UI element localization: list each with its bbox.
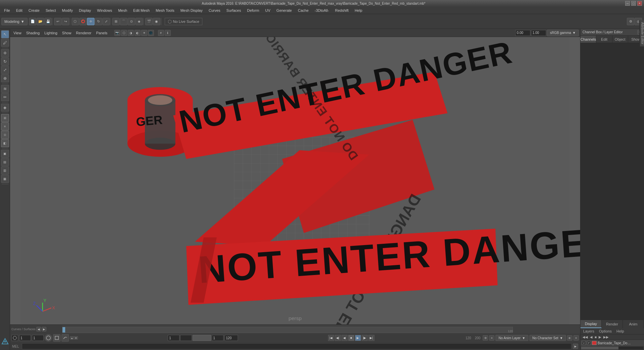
enable-disable-button[interactable] (11, 335, 18, 341)
layer-ctrl-end[interactable]: ▶▶ (603, 335, 609, 339)
timeline-track[interactable] (62, 327, 513, 333)
ipr-button[interactable]: ◉ (153, 18, 160, 25)
layers-help-label[interactable]: Help (615, 329, 626, 334)
wireframe-button[interactable]: ⬡ (121, 30, 127, 36)
step-forward-button[interactable]: |▶ (362, 335, 368, 341)
layers-label[interactable]: Layers (582, 329, 596, 334)
timeline-prev-button[interactable]: ◀ (36, 327, 41, 332)
object-tab[interactable]: Object (612, 36, 628, 43)
char-set-btn1[interactable]: ⊕ (567, 335, 572, 341)
select-tool-button[interactable]: ⬡ (72, 18, 79, 25)
channels-tab[interactable]: Channels (580, 36, 596, 43)
menu-generate[interactable]: Generate (274, 7, 294, 14)
heads-up-button[interactable]: ℹ (165, 30, 171, 36)
stop-button[interactable]: ■ (348, 335, 354, 341)
menu-uv[interactable]: UV (263, 7, 273, 14)
show-manipulator-button[interactable]: ◈ (1, 104, 9, 112)
menu-modify[interactable]: Modify (59, 7, 75, 14)
shading-menu[interactable]: Shading (24, 29, 42, 37)
menu-redshift[interactable]: Redshift (332, 7, 351, 14)
render-view-button[interactable]: ▤ (1, 158, 9, 166)
rotate-tool-button[interactable]: ↻ (95, 18, 102, 25)
maximize-button[interactable]: □ (631, 1, 636, 6)
menu-3dtall[interactable]: -3DtoAll- (312, 7, 332, 14)
menu-deform[interactable]: Deform (244, 7, 262, 14)
move-button[interactable]: ✛ (1, 49, 9, 57)
lights-button[interactable]: ☀ (141, 30, 147, 36)
lighting-menu[interactable]: Lighting (42, 29, 59, 37)
menu-surfaces[interactable]: Surfaces (224, 7, 244, 14)
snap-view-button[interactable]: ◈ (135, 18, 143, 25)
snap-to-point-button[interactable]: ⊙ (1, 131, 9, 139)
step-up-button[interactable]: ▲ (70, 336, 74, 340)
renderer-menu[interactable]: Renderer (74, 29, 93, 37)
snap-to-view-button[interactable]: ◧ (1, 139, 9, 147)
layer-ctrl-prev[interactable]: ◀◀ (582, 335, 589, 339)
textured-button[interactable]: ◐ (134, 30, 140, 36)
layer-editor-button[interactable]: ▥ (1, 166, 9, 174)
minimize-button[interactable]: ─ (625, 1, 630, 6)
layer-color-swatch[interactable] (592, 341, 597, 345)
shaded-button[interactable]: ◑ (128, 30, 134, 36)
view-menu[interactable]: View (11, 29, 24, 37)
anim-layer-dropdown[interactable]: ≡ (489, 335, 494, 341)
step-down-button[interactable]: ▼ (74, 336, 78, 340)
timeline-next-button[interactable]: ▶ (42, 327, 46, 332)
layer-ctrl-play[interactable]: ▶ (598, 335, 602, 339)
undo-button[interactable]: ↩ (54, 18, 62, 25)
shadows-button[interactable]: 🌑 (148, 30, 154, 36)
frame-indicator-field[interactable] (212, 335, 224, 341)
layer-ctrl-stop[interactable]: ■ (594, 335, 597, 339)
snap-to-grid-button[interactable]: ⊞ (1, 114, 9, 122)
end-frame-field[interactable] (225, 335, 238, 341)
menu-mesh-tools[interactable]: Mesh Tools (153, 7, 177, 14)
char-set-btn2[interactable]: ≡ (573, 335, 579, 341)
layer-playback-checkbox[interactable]: P (587, 341, 591, 345)
lasso-tool-button[interactable]: ⭕ (79, 18, 87, 25)
menu-edit-mesh[interactable]: Edit Mesh (130, 7, 152, 14)
min-field[interactable] (515, 30, 530, 36)
move-tool-button[interactable]: ✛ (87, 18, 94, 25)
current-frame-field[interactable] (32, 335, 44, 341)
camera-select-button[interactable]: 📷 (114, 30, 120, 36)
open-file-button[interactable]: 📂 (37, 18, 44, 25)
step-back-button[interactable]: ◀| (335, 335, 341, 341)
close-button[interactable]: ✕ (637, 1, 642, 6)
layer-visible-checkbox[interactable]: V (582, 341, 586, 345)
play-forward-button[interactable]: ▶ (355, 335, 361, 341)
mel-input[interactable] (22, 343, 571, 349)
edit-tab[interactable]: Edit (596, 36, 612, 43)
range-start-field[interactable] (168, 335, 179, 341)
new-file-button[interactable]: 📄 (29, 18, 36, 25)
menu-edit[interactable]: Edit (13, 7, 25, 14)
menu-select[interactable]: Select (43, 7, 59, 14)
gamma-dropdown[interactable]: sRGB gamma ▼ (547, 30, 579, 36)
layers-scrollbar[interactable] (581, 347, 643, 349)
go-to-end-button[interactable]: ▶| (368, 335, 374, 341)
timeline-ruler[interactable]: 1 5 10 15 20 25 30 35 40 45 50 55 (10, 325, 580, 334)
menu-mesh-display[interactable]: Mesh Display (178, 7, 205, 14)
no-anim-layer-dropdown[interactable]: No Anim Layer ▼ (495, 335, 528, 341)
camera-tools-button[interactable]: ▣ (1, 150, 9, 158)
layer-ctrl-back[interactable]: ◀ (589, 335, 593, 339)
shape-circle-button[interactable] (45, 334, 52, 342)
render-settings-button[interactable]: ⚙ (627, 18, 634, 25)
menu-help[interactable]: Help (352, 7, 365, 14)
panels-menu[interactable]: Panels (94, 29, 110, 37)
go-to-start-button[interactable]: |◀ (328, 335, 334, 341)
menu-display[interactable]: Display (76, 7, 94, 14)
layers-scroll-thumb[interactable] (581, 347, 618, 349)
start-frame-field[interactable] (19, 335, 31, 341)
mel-submit-button[interactable]: ▶ (573, 344, 578, 349)
range-block[interactable] (193, 335, 211, 341)
redo-button[interactable]: ↪ (62, 18, 69, 25)
viewport-main[interactable]: GER NOT ENTER DANGER DANGER DO N (10, 37, 580, 324)
select-mode-button[interactable]: ↖ (1, 30, 9, 38)
rotate-button[interactable]: ↻ (1, 57, 9, 66)
show-menu[interactable]: Show (60, 29, 74, 37)
options-label[interactable]: Options (598, 329, 613, 334)
render-tab[interactable]: Render (602, 320, 623, 328)
render-button[interactable]: 🎬 (145, 18, 153, 25)
menu-mesh[interactable]: Mesh (115, 7, 130, 14)
menu-curves[interactable]: Curves (206, 7, 223, 14)
